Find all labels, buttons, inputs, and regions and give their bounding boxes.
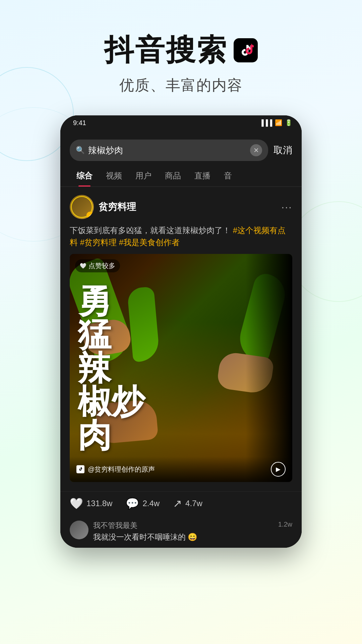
comment-content-1: 我不管我最美 我就没一次看时不咽唾沫的 😄: [93, 521, 274, 542]
cancel-button[interactable]: 取消: [274, 144, 292, 157]
hashtag-3[interactable]: #我是美食创作者: [119, 238, 180, 247]
share-interact[interactable]: ↗ 4.7w: [173, 497, 202, 510]
tab-bar: 综合 视频 用户 商品 直播 音: [60, 161, 302, 187]
search-icon: 🔍: [76, 146, 85, 155]
header-section: 抖音搜索 优质、丰富的内容: [0, 0, 362, 109]
comment-text-1: 我就没一次看时不咽唾沫的 😄: [93, 532, 274, 542]
tab-直播[interactable]: 直播: [188, 167, 217, 186]
tiktok-small-icon: [76, 465, 84, 473]
tab-视频[interactable]: 视频: [99, 167, 129, 186]
tab-label: 商品: [165, 171, 181, 180]
verified-badge: ✓: [86, 212, 94, 219]
phone-frame: 9:41 ▐▐▐ 📶 🔋 🔍 辣椒炒肉 ✕ 取消: [60, 115, 302, 548]
status-icons: ▐▐▐ 📶 🔋: [259, 119, 292, 126]
clear-icon: ✕: [253, 146, 259, 154]
comment-interact[interactable]: 💬 2.4w: [126, 497, 160, 510]
comment-username-1[interactable]: 我不管我最美: [93, 521, 274, 531]
more-options-button[interactable]: ···: [281, 201, 292, 213]
tab-音[interactable]: 音: [217, 167, 239, 186]
tab-商品[interactable]: 商品: [158, 167, 188, 186]
like-count: 131.8w: [86, 499, 112, 508]
share-icon: ↗: [173, 497, 182, 510]
post-description: 下饭菜到底有多凶猛，就看这道辣椒炒肉了！ #这个视频有点料 #贫穷料理 #我是美…: [70, 224, 292, 249]
search-input-container[interactable]: 🔍 辣椒炒肉 ✕: [70, 140, 268, 161]
tab-label: 综合: [76, 171, 93, 180]
content-area: ✓ 贫穷料理 ··· 下饭菜到底有多凶猛，就看这道辣椒炒肉了！ #这个视频有点料…: [60, 187, 302, 490]
username[interactable]: 贫穷料理: [99, 201, 136, 213]
tab-label: 用户: [135, 171, 152, 180]
hashtag-2[interactable]: #贫穷料理: [80, 238, 119, 247]
search-bar-area: 🔍 辣椒炒肉 ✕ 取消: [60, 130, 302, 161]
battery-icon: 🔋: [285, 119, 292, 126]
tab-label: 音: [224, 171, 232, 180]
phone-wrapper: 9:41 ▐▐▐ 📶 🔋 🔍 辣椒炒肉 ✕ 取消: [0, 115, 362, 548]
comment-item-1: 我不管我最美 我就没一次看时不咽唾沫的 😄 1.2w: [70, 521, 292, 542]
header-subtitle: 优质、丰富的内容: [0, 75, 362, 95]
tab-label: 视频: [106, 171, 122, 180]
share-count: 4.7w: [185, 499, 202, 508]
video-big-text: 勇猛辣椒炒肉: [78, 284, 145, 452]
wifi-icon: 📶: [275, 119, 282, 126]
comment-count: 2.4w: [142, 499, 160, 508]
video-bottom-bar: @贫穷料理创作的原声 ▶: [70, 457, 292, 482]
tab-综合[interactable]: 综合: [70, 167, 99, 186]
video-thumbnail[interactable]: 🤍 点赞较多 勇猛辣椒炒肉: [70, 254, 292, 482]
tiktok-brand-icon: [234, 38, 258, 62]
audio-info: @贫穷料理创作的原声: [76, 465, 155, 474]
comment-preview: 我不管我最美 我就没一次看时不咽唾沫的 😄 1.2w: [60, 515, 302, 548]
like-interact[interactable]: 🤍 131.8w: [70, 497, 112, 510]
tab-label: 直播: [194, 171, 210, 180]
main-title: 抖音搜索: [0, 30, 362, 70]
audio-text: @贫穷料理创作的原声: [88, 465, 155, 474]
search-clear-button[interactable]: ✕: [250, 144, 262, 156]
comment-avatar-1: [70, 521, 88, 539]
post-header: ✓ 贫穷料理 ···: [70, 195, 292, 219]
play-button[interactable]: ▶: [271, 462, 286, 477]
comment-likes-1[interactable]: 1.2w: [278, 521, 292, 528]
tab-用户[interactable]: 用户: [129, 167, 158, 186]
avatar[interactable]: ✓: [70, 195, 94, 219]
signal-icon: ▐▐▐: [259, 119, 272, 126]
heart-icon: 🤍: [70, 497, 83, 510]
phone-screen: 9:41 ▐▐▐ 📶 🔋 🔍 辣椒炒肉 ✕ 取消: [60, 115, 302, 548]
video-text-overlay: 勇猛辣椒炒肉: [70, 254, 292, 482]
post-desc-text: 下饭菜到底有多凶猛，就看这道辣椒炒肉了！: [70, 226, 233, 235]
app-name-text: 抖音搜索: [104, 30, 228, 70]
search-query-text: 辣椒炒肉: [88, 145, 247, 156]
status-bar: 9:41 ▐▐▐ 📶 🔋: [60, 115, 302, 130]
status-time: 9:41: [73, 119, 86, 127]
user-info: ✓ 贫穷料理: [70, 195, 136, 219]
interaction-bar: 🤍 131.8w 💬 2.4w ↗ 4.7w: [60, 491, 302, 515]
comment-icon: 💬: [126, 497, 139, 510]
